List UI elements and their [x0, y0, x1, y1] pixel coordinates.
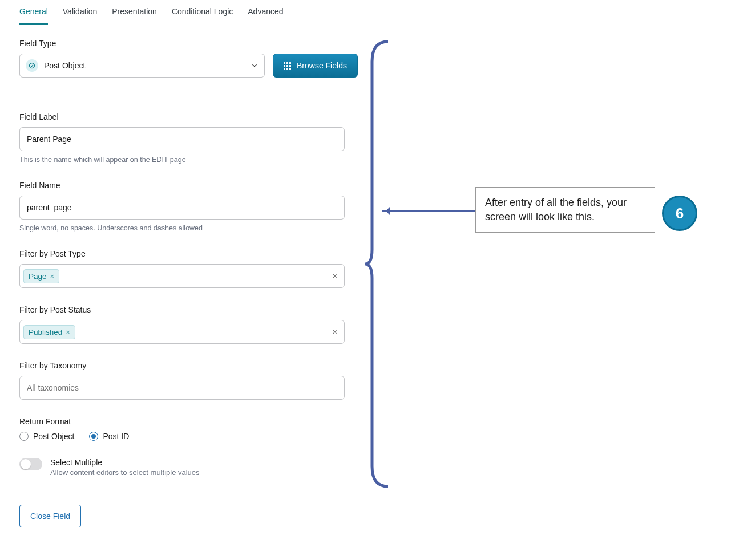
field-label-help: This is the name which will appear on th… — [19, 156, 716, 164]
section-filter-taxonomy: Filter by Taxonomy All taxonomies — [19, 361, 716, 400]
filter-post-type-label: Filter by Post Type — [19, 249, 716, 258]
tag-label: Published — [29, 328, 62, 336]
tag-label: Page — [29, 272, 47, 281]
clear-icon[interactable]: × — [333, 271, 337, 281]
tab-validation[interactable]: Validation — [63, 0, 97, 25]
radio-icon — [89, 432, 98, 441]
field-name-label: Field Name — [19, 181, 716, 190]
filter-post-status-input[interactable]: Published × × — [19, 320, 345, 344]
close-field-button[interactable]: Close Field — [19, 505, 81, 527]
return-format-label: Return Format — [19, 417, 716, 426]
field-label-input[interactable] — [19, 127, 345, 151]
filter-post-status-tag: Published × — [23, 325, 75, 339]
select-multiple-toggle[interactable] — [19, 458, 42, 470]
field-type-label: Field Type — [19, 39, 716, 48]
clear-icon[interactable]: × — [333, 327, 337, 336]
field-name-help: Single word, no spaces. Underscores and … — [19, 224, 716, 232]
filter-post-status-label: Filter by Post Status — [19, 305, 716, 314]
radio-label: Post Object — [33, 432, 74, 441]
section-filter-post-type: Filter by Post Type Page × × — [19, 249, 716, 288]
radio-label: Post ID — [103, 432, 129, 441]
post-object-icon — [26, 59, 38, 72]
chevron-down-icon — [251, 62, 259, 70]
filter-taxonomy-input[interactable]: All taxonomies — [19, 376, 345, 400]
tab-conditional-logic[interactable]: Conditional Logic — [172, 0, 233, 25]
section-filter-post-status: Filter by Post Status Published × × — [19, 305, 716, 344]
filter-post-type-input[interactable]: Page × × — [19, 264, 345, 288]
section-field-label: Field Label This is the name which will … — [19, 112, 716, 164]
select-multiple-label: Select Multiple — [50, 458, 200, 467]
field-type-value: Post Object — [44, 61, 251, 70]
filter-post-type-tag: Page × — [23, 269, 59, 283]
radio-icon — [19, 432, 29, 441]
tab-general[interactable]: General — [19, 0, 48, 25]
return-format-post-id[interactable]: Post ID — [89, 432, 129, 441]
filter-taxonomy-label: Filter by Taxonomy — [19, 361, 716, 370]
browse-fields-button[interactable]: Browse Fields — [273, 54, 358, 78]
footer: Close Field — [0, 494, 735, 538]
field-label-label: Field Label — [19, 112, 716, 121]
field-name-input[interactable] — [19, 196, 345, 220]
form-content: Field Type Post Object Browse Fields Fie… — [0, 25, 735, 477]
section-select-multiple: Select Multiple Allow content editors to… — [19, 458, 716, 477]
section-field-type: Field Type Post Object Browse Fields — [0, 39, 735, 95]
section-return-format: Return Format Post Object Post ID — [19, 417, 716, 441]
browse-fields-label: Browse Fields — [297, 61, 347, 70]
tab-bar: General Validation Presentation Conditio… — [0, 0, 735, 25]
remove-tag-icon[interactable]: × — [50, 272, 55, 281]
section-field-name: Field Name Single word, no spaces. Under… — [19, 181, 716, 232]
select-multiple-desc: Allow content editors to select multiple… — [50, 468, 200, 477]
remove-tag-icon[interactable]: × — [66, 328, 70, 336]
tab-advanced[interactable]: Advanced — [248, 0, 283, 25]
return-format-post-object[interactable]: Post Object — [19, 432, 74, 441]
tab-presentation[interactable]: Presentation — [112, 0, 157, 25]
grid-icon — [284, 62, 291, 70]
field-type-select[interactable]: Post Object — [19, 54, 265, 78]
filter-taxonomy-placeholder: All taxonomies — [23, 383, 79, 392]
